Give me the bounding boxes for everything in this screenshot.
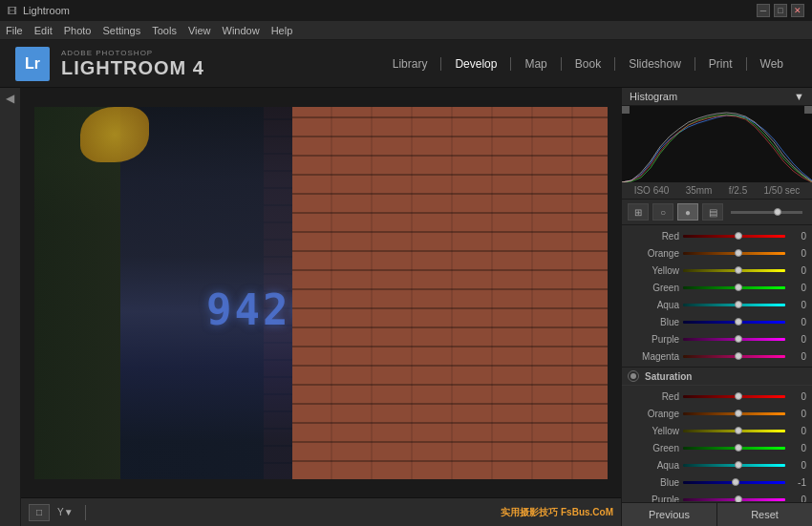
svg-rect-2 [804, 106, 812, 114]
app-header: Lr ADOBE PHOTOSHOP LIGHTROOM 4 Library D… [0, 40, 812, 88]
panel-scroll[interactable]: Red 0 Orange 0 Yellow [622, 225, 812, 502]
previous-button[interactable]: Previous [622, 503, 717, 526]
nav-library[interactable]: Library [379, 57, 442, 71]
hue-aqua-slider[interactable] [683, 304, 785, 306]
hue-green-slider[interactable] [683, 286, 785, 289]
menubar: File Edit Photo Settings Tools View Wind… [0, 21, 812, 40]
hue-orange-slider[interactable] [683, 252, 785, 255]
sat-green-slider[interactable] [683, 447, 785, 450]
tool-slider[interactable] [731, 211, 802, 214]
menu-help[interactable]: Help [271, 25, 293, 36]
hue-green-label: Green [626, 283, 683, 293]
menu-file[interactable]: File [6, 25, 23, 36]
hue-section: Red 0 Orange 0 Yellow [622, 225, 812, 367]
main-layout: ◀ 942675 poc [0, 88, 812, 526]
titlebar-title: Lightroom [23, 5, 70, 16]
menu-photo[interactable]: Photo [64, 25, 92, 36]
right-panel: Histogram ▼ ISO 640 [621, 88, 812, 526]
hue-yellow-slider[interactable] [683, 269, 785, 272]
sat-blue-label: Blue [626, 477, 683, 488]
hue-aqua-label: Aqua [626, 300, 683, 310]
hue-yellow-value: 0 [785, 265, 806, 276]
menu-view[interactable]: View [188, 25, 211, 36]
hue-yellow-label: Yellow [626, 265, 683, 276]
circle-tool-icon[interactable]: ○ [652, 203, 673, 221]
hue-green-row: Green 0 [622, 279, 812, 296]
sat-red-label: Red [626, 391, 683, 402]
sat-yellow-label: Yellow [626, 426, 683, 436]
view-toggle-button[interactable]: □ [29, 504, 50, 521]
hue-orange-value: 0 [785, 248, 806, 259]
nav-print[interactable]: Print [695, 57, 747, 71]
sat-purple-label: Purple [626, 494, 683, 503]
sat-blue-row: Blue -1 [622, 473, 812, 491]
menu-settings[interactable]: Settings [102, 25, 140, 36]
nav-web[interactable]: Web [747, 57, 797, 71]
dot-tool-icon[interactable]: ● [677, 203, 698, 221]
saturation-circle-inner [630, 373, 636, 379]
close-button[interactable]: ✕ [791, 4, 804, 17]
nav-develop[interactable]: Develop [441, 57, 511, 71]
photo-area: 942675 poco 影视频 http://photo.poco.cn/ [21, 88, 621, 497]
saturation-label: Saturation [645, 371, 692, 382]
sat-yellow-row: Yellow 0 [622, 422, 812, 439]
hue-blue-label: Blue [626, 317, 683, 327]
sat-red-value: 0 [785, 391, 806, 402]
adobe-text: ADOBE PHOTOSHOP [61, 49, 204, 57]
hue-purple-value: 0 [785, 334, 806, 345]
minimize-button[interactable]: ─ [757, 4, 770, 17]
app-name: LIGHTROOM 4 [61, 57, 204, 79]
sat-orange-row: Orange 0 [622, 405, 812, 422]
nav-slideshow[interactable]: Slideshow [615, 57, 695, 71]
hue-purple-slider[interactable] [683, 338, 785, 341]
hue-red-slider[interactable] [683, 235, 785, 238]
app-icon: 🎞 [8, 6, 17, 16]
hue-purple-row: Purple 0 [622, 330, 812, 347]
menu-tools[interactable]: Tools [152, 25, 177, 36]
hue-blue-slider[interactable] [683, 321, 785, 324]
hue-magenta-label: Magenta [626, 351, 683, 362]
histogram-dropdown-icon[interactable]: ▼ [794, 91, 804, 102]
hue-orange-row: Orange 0 [622, 244, 812, 262]
saturation-circle[interactable] [628, 370, 639, 382]
hue-red-label: Red [626, 231, 683, 242]
grid-tool-icon[interactable]: ⊞ [628, 203, 649, 221]
hue-orange-label: Orange [626, 248, 683, 259]
saturation-toggle[interactable]: Saturation [622, 367, 812, 386]
aperture-info: f/2.5 [729, 185, 747, 196]
sat-yellow-slider[interactable] [683, 430, 785, 432]
poco-watermark: poco 影视频 http://photo.poco.cn/ [475, 362, 562, 397]
sat-green-row: Green 0 [622, 439, 812, 456]
menu-edit[interactable]: Edit [34, 25, 53, 36]
hue-magenta-slider[interactable] [683, 355, 785, 358]
sat-orange-label: Orange [626, 409, 683, 419]
sat-aqua-value: 0 [785, 460, 806, 471]
nav-book[interactable]: Book [562, 57, 615, 71]
view-label[interactable]: Y▼ [57, 507, 74, 517]
hue-blue-value: 0 [785, 317, 806, 327]
iso-info: ISO 640 [634, 185, 670, 196]
nav-map[interactable]: Map [511, 57, 561, 71]
center-area: 942675 poco 影视频 http://photo.poco.cn/ □ … [21, 88, 621, 526]
sat-green-value: 0 [785, 443, 806, 453]
sat-blue-slider[interactable] [683, 481, 785, 484]
left-nav-arrow[interactable]: ◀ [6, 92, 14, 105]
maximize-button[interactable]: □ [774, 4, 787, 17]
sat-purple-row: Purple 0 [622, 491, 812, 502]
sat-red-slider[interactable] [683, 395, 785, 398]
sat-orange-slider[interactable] [683, 412, 785, 415]
menu-window[interactable]: Window [223, 25, 260, 36]
sat-red-row: Red 0 [622, 388, 812, 405]
hue-aqua-row: Aqua 0 [622, 296, 812, 313]
bottom-toolbar: □ Y▼ 实用摄影技巧 FsBus.CoM [21, 497, 621, 526]
titlebar: 🎞 Lightroom ─ □ ✕ [0, 0, 812, 21]
overlay-numbers: 942675 [206, 285, 375, 334]
reset-button[interactable]: Reset [717, 503, 812, 526]
sat-aqua-label: Aqua [626, 460, 683, 471]
sat-aqua-slider[interactable] [683, 464, 785, 467]
sat-purple-slider[interactable] [683, 498, 785, 501]
gradient-tool-icon[interactable]: ▤ [702, 203, 723, 221]
window-controls: ─ □ ✕ [757, 4, 804, 17]
app-logo: Lr [15, 47, 50, 81]
toolbar-divider [85, 505, 86, 520]
